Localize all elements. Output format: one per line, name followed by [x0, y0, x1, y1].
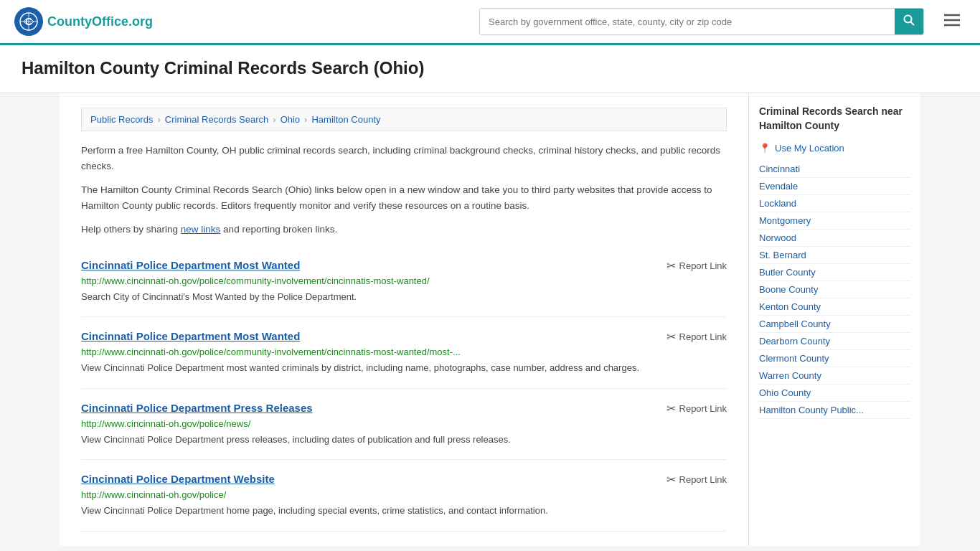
sidebar-link-7[interactable]: Boone County — [759, 281, 910, 298]
result-desc-1: View Cincinnati Police Department most w… — [81, 361, 727, 375]
search-button[interactable] — [895, 9, 923, 34]
result-header-1: Cincinnati Police Department Most Wanted… — [81, 330, 727, 344]
result-desc-0: Search City of Cincinnati's Most Wanted … — [81, 290, 727, 304]
sidebar-link-14[interactable]: Hamilton County Public... — [759, 402, 910, 419]
site-logo[interactable]: C CountyOffice.org — [14, 7, 153, 36]
logo-text: CountyOffice.org — [47, 14, 153, 29]
breadcrumb-hamilton[interactable]: Hamilton County — [311, 114, 380, 125]
result-url-1[interactable]: http://www.cincinnati-oh.gov/police/comm… — [81, 347, 727, 357]
report-link-btn-0[interactable]: ✂ Report Link — [666, 259, 727, 273]
report-link-btn-1[interactable]: ✂ Report Link — [666, 330, 727, 344]
sidebar-title: Criminal Records Search near Hamilton Co… — [759, 105, 910, 133]
use-location-label: Use My Location — [775, 143, 844, 154]
result-title-2[interactable]: Cincinnati Police Department Press Relea… — [81, 402, 313, 414]
sidebar-link-4[interactable]: Norwood — [759, 230, 910, 247]
page-title: Hamilton County Criminal Records Search … — [22, 58, 958, 78]
report-link-btn-3[interactable]: ✂ Report Link — [666, 473, 727, 486]
result-title-3[interactable]: Cincinnati Police Department Website — [81, 473, 275, 485]
report-link-btn-2[interactable]: ✂ Report Link — [666, 402, 727, 415]
description-3-prefix: Help others by sharing — [81, 224, 181, 235]
search-input[interactable] — [480, 9, 895, 34]
search-bar — [479, 8, 924, 35]
report-icon-0: ✂ — [666, 259, 676, 273]
result-card-3: Cincinnati Police Department Website ✂ R… — [81, 460, 727, 532]
description-3: Help others by sharing new links and rep… — [81, 222, 727, 237]
breadcrumb-public-records[interactable]: Public Records — [90, 114, 153, 125]
breadcrumb-ohio[interactable]: Ohio — [281, 114, 300, 125]
sidebar-link-0[interactable]: Cincinnati — [759, 161, 910, 178]
result-desc-2: View Cincinnati Police Department press … — [81, 433, 727, 447]
logo-icon: C — [14, 7, 43, 36]
result-desc-3: View Cincinnati Police Department home p… — [81, 504, 727, 518]
svg-point-5 — [905, 16, 912, 23]
result-url-2[interactable]: http://www.cincinnati-oh.gov/police/news… — [81, 418, 727, 429]
main-content: Public Records › Criminal Records Search… — [60, 93, 748, 546]
site-header: C CountyOffice.org — [0, 0, 980, 45]
sidebar-link-13[interactable]: Ohio County — [759, 385, 910, 402]
breadcrumb: Public Records › Criminal Records Search… — [81, 108, 727, 131]
breadcrumb-sep-3: › — [304, 114, 307, 125]
location-pin-icon: 📍 — [759, 143, 771, 154]
breadcrumb-sep-1: › — [157, 114, 160, 125]
result-url-0[interactable]: http://www.cincinnati-oh.gov/police/comm… — [81, 276, 727, 286]
result-header-3: Cincinnati Police Department Website ✂ R… — [81, 473, 727, 486]
result-card-0: Cincinnati Police Department Most Wanted… — [81, 246, 727, 318]
breadcrumb-criminal-records[interactable]: Criminal Records Search — [165, 114, 269, 125]
new-links-link[interactable]: new links — [181, 224, 221, 235]
sidebar-link-5[interactable]: St. Bernard — [759, 247, 910, 264]
report-label-0: Report Link — [679, 260, 727, 271]
sidebar-link-1[interactable]: Evendale — [759, 178, 910, 195]
sidebar-link-12[interactable]: Warren County — [759, 367, 910, 385]
sidebar-link-2[interactable]: Lockland — [759, 195, 910, 212]
sidebar-link-3[interactable]: Montgomery — [759, 212, 910, 230]
breadcrumb-sep-2: › — [273, 114, 275, 125]
description-1: Perform a free Hamilton County, OH publi… — [81, 143, 727, 174]
page-header: Hamilton County Criminal Records Search … — [0, 45, 980, 93]
content-wrapper: Public Records › Criminal Records Search… — [60, 93, 920, 546]
report-icon-1: ✂ — [666, 330, 676, 344]
svg-line-6 — [911, 22, 915, 26]
result-url-3[interactable]: http://www.cincinnati-oh.gov/police/ — [81, 489, 727, 500]
report-label-1: Report Link — [679, 331, 727, 342]
sidebar-link-6[interactable]: Butler County — [759, 264, 910, 281]
sidebar-link-11[interactable]: Clermont County — [759, 350, 910, 367]
result-card-1: Cincinnati Police Department Most Wanted… — [81, 317, 727, 389]
sidebar: Criminal Records Search near Hamilton Co… — [748, 93, 920, 546]
description-2: The Hamilton County Criminal Records Sea… — [81, 182, 727, 213]
sidebar-link-8[interactable]: Kenton County — [759, 298, 910, 316]
report-icon-3: ✂ — [666, 473, 676, 486]
sidebar-link-10[interactable]: Dearborn County — [759, 333, 910, 350]
result-title-0[interactable]: Cincinnati Police Department Most Wanted — [81, 259, 300, 271]
report-icon-2: ✂ — [666, 402, 676, 415]
report-label-2: Report Link — [679, 403, 727, 414]
result-header-2: Cincinnati Police Department Press Relea… — [81, 402, 727, 415]
description-3-suffix: and reporting broken links. — [220, 224, 337, 235]
report-label-3: Report Link — [679, 474, 727, 485]
result-card-2: Cincinnati Police Department Press Relea… — [81, 389, 727, 461]
result-title-1[interactable]: Cincinnati Police Department Most Wanted — [81, 330, 300, 342]
use-location[interactable]: 📍 Use My Location — [759, 143, 910, 154]
result-header-0: Cincinnati Police Department Most Wanted… — [81, 259, 727, 273]
sidebar-link-9[interactable]: Campbell County — [759, 316, 910, 333]
results-list: Cincinnati Police Department Most Wanted… — [81, 246, 727, 532]
menu-button[interactable] — [938, 11, 966, 33]
